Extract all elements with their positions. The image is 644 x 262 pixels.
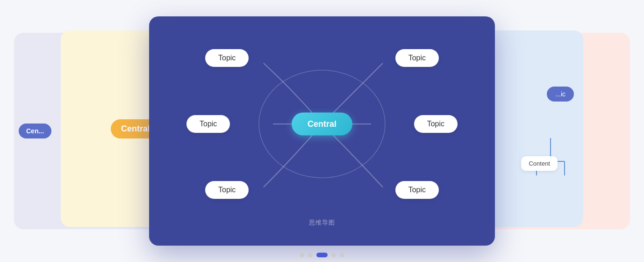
main-card: Topic Topic Topic Topic Topic Topic Cent… xyxy=(149,16,495,246)
dot-1[interactable] xyxy=(300,253,304,257)
mind-map: Topic Topic Topic Topic Topic Topic Cent… xyxy=(177,35,467,213)
central-pill: Central xyxy=(292,113,352,136)
dot-2[interactable] xyxy=(308,253,313,257)
card-caption: 思维导图 xyxy=(309,218,335,227)
topic-pill-br: Topic xyxy=(395,181,439,199)
topic-pill-tl: Topic xyxy=(205,49,249,67)
carousel-container: Cen... Central ...ic Content xyxy=(0,0,644,262)
topic-pill-ml: Topic xyxy=(186,115,230,133)
dot-4[interactable] xyxy=(331,253,336,257)
dot-5[interactable] xyxy=(340,253,344,257)
content-box: Content xyxy=(521,156,558,171)
topic-pill-mr: Topic xyxy=(414,115,458,133)
topic-pill-tr: Topic xyxy=(395,49,439,67)
pagination xyxy=(300,253,344,257)
topic-pill-bl: Topic xyxy=(205,181,249,199)
lavender-central-label: Cen... xyxy=(19,124,51,138)
lightblue-topic-pill: ...ic xyxy=(547,87,574,102)
dot-3-active[interactable] xyxy=(316,253,328,257)
